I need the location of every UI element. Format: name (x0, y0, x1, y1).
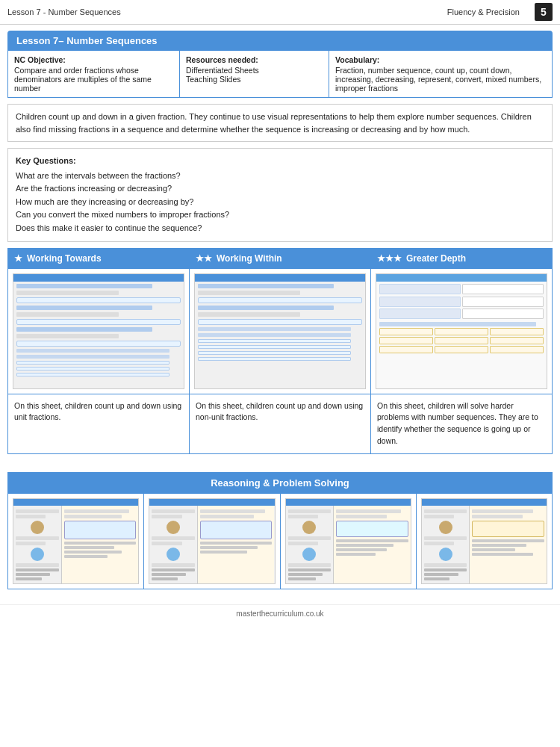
avatar-3 (167, 521, 180, 534)
reasoning-thumb-3 (285, 498, 411, 584)
avatar-4 (167, 548, 180, 561)
ws-seq-line-5 (16, 373, 169, 376)
ws-seq-line-8 (198, 339, 351, 343)
ws-seq-line-3 (16, 361, 169, 365)
ws-seq-line-6 (198, 327, 351, 331)
reasoning-images (8, 493, 552, 589)
rt-right-4 (469, 506, 547, 584)
towards-label: Working Towards (27, 253, 102, 264)
resources-cell: Resources needed: Differentiated Sheets … (180, 51, 329, 97)
ws-seq-grid-1 (379, 328, 544, 335)
depth-worksheet-thumb (376, 273, 547, 389)
rt-header-1 (13, 499, 138, 506)
nc-objective-label: NC Objective: (14, 55, 173, 64)
within-worksheet-thumb (194, 273, 366, 389)
rt-content-2 (149, 506, 274, 584)
ws-num-line-5 (198, 319, 362, 325)
page-footer: masterthecurriculum.co.uk (0, 604, 560, 622)
reasoning-cell-4 (417, 494, 552, 589)
reasoning-thumb-1 (13, 498, 139, 584)
depth-image-cell (371, 269, 552, 394)
within-image-cell (190, 269, 371, 394)
ws-seq-grid-2 (379, 337, 544, 344)
ws-num-line-4 (198, 297, 362, 303)
ws-header-2 (195, 274, 365, 282)
ws-line-9 (198, 306, 334, 310)
nc-objective-cell: NC Objective: Compare and order fraction… (8, 51, 180, 97)
ws-line-2 (16, 291, 119, 295)
ws-header-1 (13, 274, 184, 282)
ws-num-line-1 (16, 297, 181, 303)
within-label: Working Within (217, 253, 282, 264)
ws-line-3 (16, 306, 152, 310)
description-box: Children count up and down in a given fr… (7, 104, 553, 142)
reasoning-section: Reasoning & Problem Solving (7, 472, 553, 589)
differentiation-section: ★ Working Towards ★★ Working Within ★★★ … (7, 248, 553, 454)
reasoning-thumb-4 (421, 498, 547, 584)
diff-header-depth: ★★★ Greater Depth (371, 249, 552, 268)
within-stars: ★★ (196, 253, 212, 264)
rt-left-4 (422, 506, 470, 584)
diff-descriptions: On this sheet, children count up and dow… (8, 394, 552, 453)
vocabulary-cell: Vocabulary: Fraction, number sequence, c… (329, 51, 552, 97)
kq-item-4: Can you convert the mixed numbers to imp… (16, 208, 544, 222)
ws-header-3 (376, 274, 547, 282)
diff-header-within: ★★ Working Within (190, 249, 371, 268)
ws-divider (379, 322, 536, 326)
diff-headers: ★ Working Towards ★★ Working Within ★★★ … (8, 249, 552, 268)
rt-left-1 (13, 506, 61, 584)
ws-grid-row-1 (379, 284, 544, 294)
ws-line-1 (16, 284, 152, 288)
ws-line-6 (16, 334, 119, 338)
ws-line-7 (198, 284, 334, 288)
ws-line-5 (16, 327, 152, 332)
rt-left-2 (149, 506, 197, 584)
page-header: Lesson 7 - Number Sequences Fluency & Pr… (0, 0, 560, 25)
ws-line-4 (16, 312, 119, 317)
towards-star: ★ (14, 253, 22, 264)
kq-item-2: Are the fractions increasing or decreasi… (16, 182, 544, 196)
reasoning-header: Reasoning & Problem Solving (8, 473, 552, 493)
avatar-8 (439, 548, 452, 561)
rt-right-2 (197, 506, 275, 584)
depth-label: Greater Depth (406, 253, 466, 264)
lesson-label: Lesson 7 - Number Sequences (7, 7, 121, 16)
within-desc: On this sheet, children count up and dow… (190, 394, 371, 453)
avatar-1 (31, 521, 44, 534)
rt-right-3 (333, 506, 411, 584)
ws-grid-row-3 (379, 309, 544, 319)
main-container: Lesson 7– Number Sequences NC Objective:… (0, 25, 560, 601)
ws-seq-line-10 (198, 351, 351, 355)
page-number: 5 (535, 3, 553, 21)
rt-header-2 (149, 499, 274, 506)
reasoning-cell-2 (144, 494, 280, 589)
resources-label: Resources needed: (186, 55, 323, 64)
avatar-6 (302, 548, 316, 561)
towards-worksheet-thumb (13, 273, 184, 389)
resources-item-2: Teaching Slides (186, 75, 323, 84)
avatar-2 (31, 548, 44, 561)
avatar-5 (302, 521, 316, 534)
key-questions-box: Key Questions: What are the intervals be… (7, 148, 553, 242)
avatar-7 (439, 521, 452, 534)
towards-desc: On this sheet, children count up and dow… (8, 394, 190, 453)
ws-seq-line-11 (198, 357, 351, 361)
vocabulary-label: Vocabulary: (335, 55, 546, 64)
spacer (7, 460, 553, 472)
kq-item-1: What are the intervals between the fract… (16, 170, 544, 183)
ws-seq-line-9 (198, 345, 351, 349)
ws-seq-line-7 (198, 333, 351, 337)
ws-seq-line-1 (16, 349, 169, 353)
lesson-title-bar: Lesson 7– Number Sequences (7, 31, 553, 51)
ws-seq-line-4 (16, 367, 169, 371)
resources-item-1: Differentiated Sheets (186, 66, 323, 75)
kq-item-3: How much are they increasing or decreasi… (16, 196, 544, 209)
ws-seq-line-2 (16, 355, 169, 359)
ws-seq-grid-3 (379, 346, 544, 353)
rt-left-3 (286, 506, 334, 584)
rt-header-4 (422, 499, 547, 506)
rt-right-1 (61, 506, 139, 584)
reasoning-thumb-2 (149, 498, 275, 584)
depth-desc: On this sheet, children will solve harde… (371, 394, 552, 453)
info-table: NC Objective: Compare and order fraction… (7, 51, 553, 98)
